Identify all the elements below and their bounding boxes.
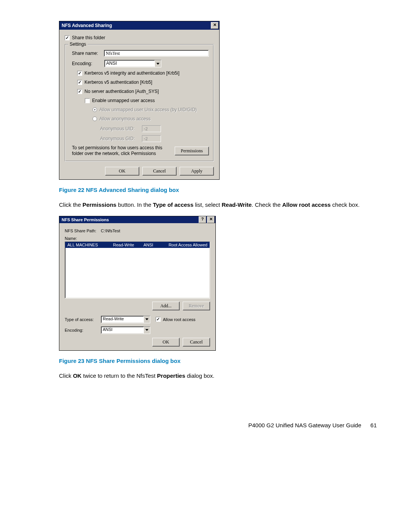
page-number: 61	[370, 422, 377, 428]
radio-anon-label: Allow anonymous access	[99, 116, 151, 121]
permissions-button[interactable]: Permissions	[175, 147, 209, 155]
radio-uidgid: Allow unmapped user Unix access (by UID/…	[92, 107, 209, 112]
anon-gid-input	[142, 135, 161, 142]
chevron-down-icon	[143, 316, 150, 323]
authsys-checkbox[interactable]: No server authentication [Auth_SYS]	[77, 89, 209, 94]
radio-anon: Allow anonymous access	[92, 116, 209, 121]
encoding-label: Encoding:	[70, 61, 104, 66]
permissions-hint: To set permissions for how users access …	[70, 145, 175, 157]
name-label: Name:	[65, 236, 77, 241]
figure-22-caption: Figure 22 NFS Advanced Sharing dialog bo…	[59, 187, 377, 193]
checkbox-icon	[156, 317, 161, 322]
checkbox-icon	[77, 89, 82, 94]
nfs-share-permissions-dialog: NFS Share Permissions ? ✕ NFS Share Path…	[59, 216, 216, 351]
share-folder-label: Share this folder	[72, 35, 105, 40]
dialog-title: NFS Share Permissions	[62, 217, 198, 222]
paragraph-2: Click OK twice to return to the NfsTest …	[59, 372, 377, 380]
share-path-label: NFS Share Path:	[65, 228, 101, 233]
ok-button[interactable]: OK	[105, 167, 139, 176]
checkbox-icon	[85, 98, 90, 103]
share-folder-checkbox[interactable]: Share this folder	[65, 35, 214, 40]
paragraph-1: Click the Permissions button. In the Typ…	[59, 201, 377, 209]
share-name-label: Share name:	[70, 51, 104, 56]
help-icon[interactable]: ?	[199, 216, 206, 223]
encoding-value-2: ANSI	[101, 327, 143, 334]
dialog-title: NFS Advanced Sharing	[62, 23, 210, 28]
anon-uid-input	[142, 125, 161, 132]
cancel-button[interactable]: Cancel	[183, 338, 210, 347]
radio-uidgid-label: Allow unmapped user Unix access (by UID/…	[99, 107, 197, 112]
chevron-down-icon	[155, 60, 161, 67]
dialog-titlebar: NFS Advanced Sharing ✕	[59, 21, 219, 30]
figure-23-caption: Figure 23 NFS Share Permissions dialog b…	[59, 358, 377, 364]
machine-list[interactable]: ALL MACHINES Read-Write ANSI Root Access…	[65, 241, 210, 299]
close-icon[interactable]: ✕	[207, 216, 215, 223]
footer-guide-name: P4000 G2 Unified NAS Gateway User Guide	[248, 422, 361, 428]
cancel-button[interactable]: Cancel	[142, 167, 177, 176]
encoding-select-2[interactable]: ANSI	[101, 326, 150, 334]
groupbox-legend: Settings	[68, 42, 88, 47]
radio-icon	[92, 107, 97, 112]
krb5i-checkbox[interactable]: Kerberos v5 integrity and authentication…	[77, 70, 209, 76]
allow-root-label: Allow root access	[163, 317, 196, 322]
row-root: Root Access Allowed	[166, 243, 207, 247]
close-icon[interactable]: ✕	[211, 22, 218, 29]
row-access: Read-Write	[113, 243, 143, 247]
remove-button: Remove	[183, 302, 210, 310]
dialog-titlebar: NFS Share Permissions ? ✕	[59, 216, 215, 223]
row-name: ALL MACHINES	[67, 243, 113, 247]
anon-uid-label: Anonymous UID:	[100, 126, 142, 131]
share-path-value: C:\NfsTest	[101, 228, 120, 233]
type-of-access-label: Type of access:	[65, 317, 101, 322]
row-encoding: ANSI	[143, 243, 166, 247]
type-of-access-select[interactable]: Read-Write	[101, 316, 150, 323]
encoding-select[interactable]: ANSI	[104, 60, 161, 67]
encoding-value: ANSI	[105, 60, 155, 67]
page-footer: P4000 G2 Unified NAS Gateway User Guide …	[59, 422, 377, 428]
checkbox-icon	[77, 80, 82, 85]
radio-icon	[92, 117, 97, 121]
checkbox-icon	[65, 35, 70, 40]
ok-button[interactable]: OK	[152, 338, 180, 347]
apply-button[interactable]: Apply	[180, 167, 214, 176]
allow-root-checkbox[interactable]: Allow root access	[156, 317, 196, 322]
krb5-label: Kerberos v5 authentication [Krb5]	[84, 80, 152, 85]
unmapped-checkbox[interactable]: Enable unmapped user access	[85, 98, 209, 103]
list-row[interactable]: ALL MACHINES Read-Write ANSI Root Access…	[65, 242, 210, 248]
type-of-access-value: Read-Write	[101, 316, 143, 323]
add-button[interactable]: Add...	[152, 302, 180, 310]
krb5i-label: Kerberos v5 integrity and authentication…	[84, 70, 179, 76]
chevron-down-icon	[143, 327, 150, 334]
anon-gid-label: Anonymous GID:	[100, 136, 142, 141]
unmapped-label: Enable unmapped user access	[92, 98, 155, 103]
settings-groupbox: Settings Share name: Encoding: ANSI Ke	[65, 44, 214, 161]
checkbox-icon	[77, 71, 82, 76]
share-name-input[interactable]	[104, 50, 209, 57]
krb5-checkbox[interactable]: Kerberos v5 authentication [Krb5]	[77, 80, 209, 85]
authsys-label: No server authentication [Auth_SYS]	[84, 89, 159, 94]
nfs-advanced-sharing-dialog: NFS Advanced Sharing ✕ Share this folder…	[59, 21, 220, 180]
encoding-label-2: Encoding:	[65, 328, 101, 332]
